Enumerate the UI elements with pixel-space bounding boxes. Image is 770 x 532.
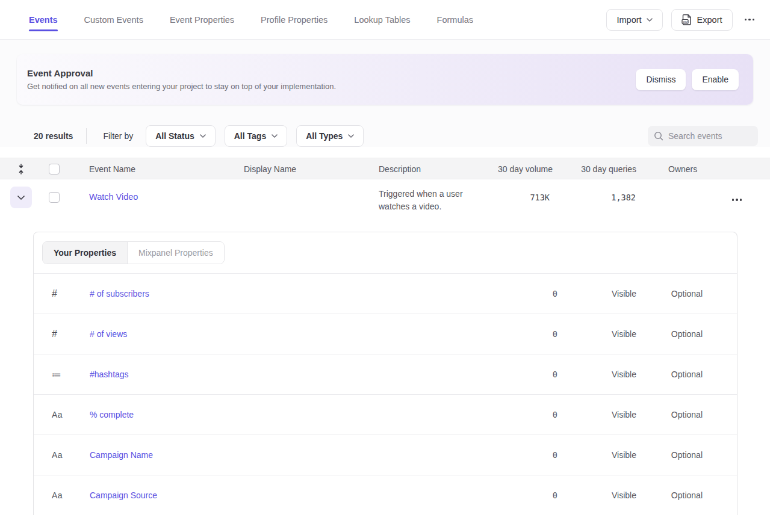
collapse-all-button[interactable]	[10, 158, 32, 180]
search-box	[648, 126, 758, 146]
divider	[86, 128, 87, 144]
property-volume: 0	[488, 410, 560, 419]
types-filter-label: All Types	[306, 131, 343, 141]
event-name-link[interactable]: Watch Video	[89, 187, 244, 202]
property-name-link[interactable]: Campaign Source	[90, 490, 488, 500]
property-row: Aa Campaign Name 0 Visible Optional	[34, 435, 737, 475]
csv-file-icon: csv	[682, 14, 692, 25]
number-type-icon: #	[34, 329, 90, 339]
property-visibility: Visible	[560, 490, 638, 500]
event-table-row: Watch Video Triggered when a user watche…	[0, 179, 770, 223]
column-header-event-name[interactable]: Event Name	[89, 164, 244, 174]
property-volume: 0	[488, 329, 560, 339]
property-visibility: Visible	[560, 289, 638, 298]
property-row: ≔ #hashtags 0 Visible Optional	[34, 354, 737, 394]
table-header-row: Event Name Display Name Description 30 d…	[0, 158, 770, 179]
search-icon	[654, 131, 663, 141]
event-volume: 713K	[494, 187, 554, 202]
tab-lookup-tables[interactable]: Lookup Tables	[354, 0, 410, 39]
tab-formulas[interactable]: Formulas	[437, 0, 473, 39]
filter-by-label: Filter by	[103, 131, 133, 141]
property-requirement: Optional	[638, 450, 704, 460]
filter-bar: 20 results Filter by All Status All Tags…	[34, 125, 758, 147]
column-header-owners[interactable]: Owners	[638, 164, 704, 174]
column-header-display-name[interactable]: Display Name	[244, 164, 379, 174]
row-more-options-button[interactable]	[728, 194, 746, 206]
tab-profile-properties[interactable]: Profile Properties	[261, 0, 328, 39]
column-header-description[interactable]: Description	[379, 164, 494, 174]
properties-segmented-control: Your Properties Mixpanel Properties	[42, 241, 225, 264]
property-requirement: Optional	[638, 370, 704, 379]
property-volume: 0	[488, 289, 560, 298]
event-description: Triggered when a user watches a video.	[379, 187, 494, 213]
tags-filter-label: All Tags	[234, 131, 266, 141]
more-options-button[interactable]	[741, 14, 759, 26]
property-name-link[interactable]: #hashtags	[90, 370, 488, 379]
event-approval-banner: Event Approval Get notified on all new e…	[17, 54, 753, 105]
tab-event-properties[interactable]: Event Properties	[170, 0, 234, 39]
banner-text: Event Approval Get notified on all new e…	[27, 68, 336, 91]
property-requirement: Optional	[638, 410, 704, 419]
chevron-down-icon	[272, 134, 278, 138]
row-checkbox[interactable]	[49, 192, 60, 203]
collapse-row-button[interactable]	[10, 187, 32, 208]
property-name-link[interactable]: % complete	[90, 410, 488, 419]
page-upper-section: Event Approval Get notified on all new e…	[0, 40, 770, 147]
number-type-icon: #	[34, 288, 90, 299]
property-row: # # of views 0 Visible Optional	[34, 314, 737, 354]
column-header-volume[interactable]: 30 day volume	[494, 164, 554, 174]
status-filter-label: All Status	[155, 131, 194, 141]
tab-mixpanel-properties[interactable]: Mixpanel Properties	[128, 242, 224, 264]
tags-filter-dropdown[interactable]: All Tags	[225, 125, 287, 147]
nav-actions: Import csv Export	[606, 9, 758, 31]
text-type-icon: Aa	[34, 490, 90, 500]
lexicon-tabs: Events Custom Events Event Properties Pr…	[29, 0, 473, 39]
property-visibility: Visible	[560, 329, 638, 339]
banner-subtitle: Get notified on all new events entering …	[27, 82, 336, 91]
banner-actions: Dismiss Enable	[636, 69, 739, 90]
property-row: Aa % complete 0 Visible Optional	[34, 394, 737, 435]
text-type-icon: Aa	[34, 410, 90, 419]
status-filter-dropdown[interactable]: All Status	[146, 125, 216, 147]
chevron-down-icon	[200, 134, 206, 138]
property-requirement: Optional	[638, 329, 704, 339]
import-button[interactable]: Import	[606, 9, 662, 31]
property-name-link[interactable]: # of subscribers	[90, 289, 488, 298]
top-nav: Events Custom Events Event Properties Pr…	[0, 0, 770, 40]
select-all-checkbox[interactable]	[49, 164, 60, 175]
export-button[interactable]: csv Export	[671, 9, 733, 31]
banner-title: Event Approval	[27, 68, 336, 78]
column-header-queries[interactable]: 30 day queries	[554, 164, 638, 174]
results-count: 20 results	[34, 131, 73, 141]
tab-events[interactable]: Events	[29, 0, 58, 39]
property-visibility: Visible	[560, 410, 638, 419]
property-requirement: Optional	[638, 490, 704, 500]
property-requirement: Optional	[638, 289, 704, 298]
property-row: # # of subscribers 0 Visible Optional	[34, 273, 737, 314]
properties-tab-bar: Your Properties Mixpanel Properties	[34, 232, 737, 273]
chevron-down-icon	[348, 134, 354, 138]
event-queries: 1,382	[554, 187, 638, 202]
text-type-icon: Aa	[34, 450, 90, 460]
event-properties-panel: Your Properties Mixpanel Properties # # …	[33, 232, 737, 515]
enable-button[interactable]: Enable	[692, 69, 739, 90]
property-row: Aa Campaign Source 0 Visible Optional	[34, 475, 737, 515]
svg-text:csv: csv	[683, 20, 688, 23]
chevron-down-icon	[647, 18, 653, 22]
export-label: Export	[697, 15, 722, 25]
import-label: Import	[616, 15, 641, 25]
search-input[interactable]	[668, 131, 747, 141]
property-visibility: Visible	[560, 450, 638, 460]
dismiss-button[interactable]: Dismiss	[636, 69, 686, 90]
property-name-link[interactable]: Campaign Name	[90, 450, 488, 460]
property-name-link[interactable]: # of views	[90, 329, 488, 339]
property-volume: 0	[488, 490, 560, 500]
property-visibility: Visible	[560, 370, 638, 379]
tab-your-properties[interactable]: Your Properties	[43, 242, 128, 264]
property-volume: 0	[488, 370, 560, 379]
types-filter-dropdown[interactable]: All Types	[296, 125, 364, 147]
tab-custom-events[interactable]: Custom Events	[84, 0, 143, 39]
list-type-icon: ≔	[34, 369, 90, 380]
property-volume: 0	[488, 450, 560, 460]
